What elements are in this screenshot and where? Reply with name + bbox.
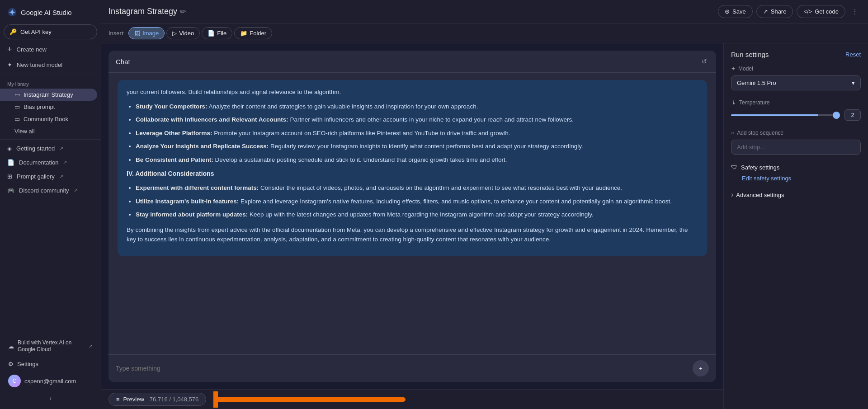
chat-section: Chat ↺ your current followers. Build rel… (101, 43, 723, 409)
right-panel: Run settings Reset ✦ Model Gemini 1.5 Pr… (723, 43, 868, 409)
more-icon: ⋮ (852, 8, 858, 15)
insert-video-button[interactable]: ▷ Video (166, 27, 200, 39)
chat-input[interactable] (116, 365, 688, 372)
avatar-initials: C (13, 378, 17, 384)
add-stop-sequence-label: ○ Add stop sequence (731, 130, 861, 136)
chat-icon-2: ▭ (14, 103, 20, 110)
toolbar: Insert: 🖼 Image ▷ Video 📄 File 📁 Folder (101, 24, 868, 43)
chevron-down-icon: ▾ (852, 80, 855, 86)
model-selector[interactable]: Gemini 1.5 Pro ▾ (731, 75, 861, 90)
library-item-bias-prompt[interactable]: ▭ Bias prompt (0, 101, 97, 113)
external-link-icon-5: ↗ (89, 343, 93, 349)
safety-row: 🛡 Safety settings (731, 164, 861, 171)
panel-header: Run settings Reset (731, 51, 861, 58)
get-api-key-button[interactable]: 🔑 Get API key (4, 24, 97, 39)
list-item: Study Your Competitors: Analyze their co… (136, 102, 698, 112)
doc-icon: 📄 (7, 159, 14, 166)
prompt-gallery-label: Prompt gallery (17, 173, 55, 180)
reset-button[interactable]: Reset (845, 51, 861, 58)
settings-icon: ⚙ (8, 361, 14, 367)
list-item: Analyze Your Insights and Replicate Succ… (136, 141, 698, 151)
get-code-button[interactable]: </> Get code (797, 5, 845, 18)
folder-label: Folder (250, 30, 266, 37)
gallery-icon: ⊞ (7, 173, 12, 180)
chat-title: Chat (116, 58, 130, 66)
save-label: Save (732, 8, 746, 15)
view-all-button[interactable]: View all (0, 125, 97, 137)
document-title: Instagram Strategy ✏ (108, 7, 186, 16)
preview-button[interactable]: ≡ Preview 76,716 / 1,048,576 (108, 393, 206, 406)
library-item-instagram-strategy[interactable]: ▭ Instagram Strategy (0, 89, 97, 101)
message-intro: your current followers. Build relationsh… (127, 87, 698, 97)
insert-file-button[interactable]: 📄 File (202, 27, 232, 39)
user-email: cspenn@gmail.com (24, 378, 76, 385)
more-options-button[interactable]: ⋮ (849, 5, 861, 18)
insert-image-button[interactable]: 🖼 Image (128, 27, 165, 39)
build-vertex-label: Build with Vertex AI on Google Cloud (18, 339, 85, 353)
model-section: ✦ Model Gemini 1.5 Pro ▾ (731, 66, 861, 90)
temperature-slider[interactable] (731, 114, 840, 116)
library-item-community-book[interactable]: ▭ Community Book (0, 113, 97, 125)
advanced-settings-button[interactable]: › Advanced settings (731, 191, 861, 199)
chat-input-area: + (108, 354, 716, 382)
list-item: Collaborate with Influencers and Relevan… (136, 115, 698, 125)
share-button[interactable]: ↗ Share (756, 5, 793, 18)
share-label: Share (771, 8, 787, 15)
discord-community-button[interactable]: 🎮 Discord community ↗ (0, 183, 97, 197)
folder-icon: 📁 (240, 30, 247, 37)
temperature-value: 2 (844, 109, 861, 121)
documentation-button[interactable]: 📄 Documentation ↗ (0, 155, 97, 169)
getting-started-button[interactable]: ◈ Getting started ↗ (0, 141, 97, 155)
chat-icon-3: ▭ (14, 116, 20, 122)
chevron-left-icon: ‹ (49, 395, 52, 402)
temperature-label: 🌡 Temperature (731, 99, 861, 106)
api-key-label: Get API key (20, 28, 52, 35)
discord-icon: 🎮 (7, 187, 14, 194)
video-label: Video (179, 30, 194, 37)
send-button[interactable]: + (693, 360, 709, 376)
list-item: Leverage Other Platforms: Promote your I… (136, 128, 698, 138)
app-name: Google AI Studio (21, 9, 72, 16)
save-icon: ⊛ (725, 8, 730, 15)
message-list-2: Experiment with different content format… (127, 183, 698, 220)
refresh-button[interactable]: ↺ (700, 56, 709, 67)
save-button[interactable]: ⊛ Save (718, 5, 753, 18)
temperature-control: 2 (731, 109, 861, 121)
edit-safety-button[interactable]: Edit safety settings (742, 175, 791, 182)
stop-sequence-section: ○ Add stop sequence (731, 130, 861, 155)
advanced-section: › Advanced settings (731, 191, 861, 199)
api-key-icon: 🔑 (9, 28, 17, 35)
create-new-button[interactable]: + Create new (0, 41, 97, 58)
preview-label: Preview (123, 396, 144, 403)
thermometer-icon: 🌡 (731, 99, 736, 106)
stop-sequence-input[interactable] (731, 140, 861, 155)
collapse-sidebar-button[interactable]: ‹ (4, 391, 97, 405)
section-header: IV. Additional Considerations (127, 169, 698, 179)
insert-folder-button[interactable]: 📁 Folder (234, 27, 272, 39)
user-profile-button[interactable]: C cspenn@gmail.com (4, 371, 97, 391)
arrow-svg (213, 391, 408, 408)
sidebar: Google AI Studio 🔑 Get API key + Create … (0, 0, 101, 409)
temperature-label-text: Temperature (739, 99, 769, 106)
list-item: Stay informed about platform updates: Ke… (136, 210, 698, 220)
google-ai-logo-icon (7, 7, 17, 17)
get-code-label: Get code (815, 8, 839, 15)
file-label: File (217, 30, 226, 37)
my-library-section: My library (0, 76, 101, 89)
getting-started-label: Getting started (16, 145, 55, 152)
build-vertex-button[interactable]: ☁ Build with Vertex AI on Google Cloud ↗ (4, 336, 97, 357)
menu-icon: ≡ (116, 396, 120, 403)
documentation-label: Documentation (19, 159, 58, 166)
safety-label: Safety settings (741, 164, 779, 171)
temperature-section: 🌡 Temperature 2 (731, 99, 861, 121)
new-tuned-model-button[interactable]: ✦ New tuned model (0, 58, 97, 72)
settings-button[interactable]: ⚙ Settings (4, 357, 97, 371)
create-new-label: Create new (17, 46, 47, 53)
token-count: 76,716 / 1,048,576 (150, 396, 198, 403)
edit-title-icon[interactable]: ✏ (180, 7, 186, 16)
title-text: Instagram Strategy (108, 7, 177, 16)
bottom-bar: ≡ Preview 76,716 / 1,048,576 (101, 389, 723, 409)
prompt-gallery-button[interactable]: ⊞ Prompt gallery ↗ (0, 169, 97, 183)
code-icon: </> (803, 8, 812, 15)
message-list-1: Study Your Competitors: Analyze their co… (127, 102, 698, 165)
